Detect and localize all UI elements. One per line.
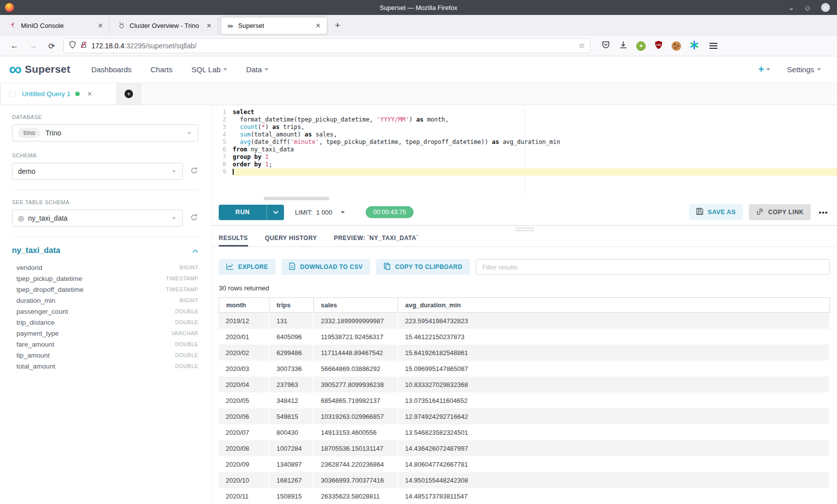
table-row[interactable]: 2020/09134089723628744.22023686414.80604… — [219, 456, 830, 472]
column-name: total_amount — [16, 363, 55, 370]
minio-icon — [9, 21, 17, 29]
explore-button[interactable]: EXPLORE — [219, 259, 276, 275]
editor-toolbar: RUN LIMIT: 1 000 00:00:43.75 — [212, 201, 837, 225]
editor-line[interactable]: 1select — [212, 109, 837, 116]
run-query-button[interactable]: RUN — [219, 205, 284, 220]
nav-charts[interactable]: Charts — [150, 65, 172, 74]
download-csv-button[interactable]: DOWNLOAD TO CSV — [281, 259, 370, 275]
sql-code-editor[interactable]: 1select2 format_datetime(tpep_pickup_dat… — [212, 109, 837, 195]
table-row[interactable]: 2020/03300733656664869.0388629215.096995… — [219, 361, 830, 377]
browser-tab-superset[interactable]: ∞ Superset ✕ — [221, 17, 327, 34]
nav-sql-lab[interactable]: SQL Lab — [191, 65, 227, 74]
copy-link-button[interactable]: COPY LINK — [749, 204, 811, 220]
add-new-button[interactable]: + — [758, 64, 770, 75]
save-as-button[interactable]: SAVE AS — [689, 204, 743, 220]
table-column-row[interactable]: tpep_dropoff_datetimeTIMESTAMP — [12, 284, 198, 295]
close-button[interactable]: ✕ — [821, 3, 830, 12]
browser-tab-minio[interactable]: MinIO Console ✕ — [4, 17, 110, 34]
editor-line[interactable]: 3 count(*) as trips, — [212, 124, 837, 131]
minimize-button[interactable]: ⌄ — [789, 4, 794, 11]
tab-preview-table[interactable]: PREVIEW: `NY_TAXI_DATA` — [334, 235, 418, 247]
table-row[interactable]: 2020/016405096119538721.9245631715.46122… — [219, 329, 830, 345]
settings-menu[interactable]: Settings — [787, 65, 821, 74]
tab-results[interactable]: RESULTS — [219, 235, 248, 247]
bookmark-star-icon[interactable]: ☆ — [578, 41, 585, 50]
copy-to-clipboard-button[interactable]: COPY TO CLIPBOARD — [376, 259, 470, 275]
colorful-asterisk-extension-icon[interactable] — [690, 40, 699, 52]
editor-line[interactable]: 5 avg(date_diff('minute', tpep_pickup_da… — [212, 138, 837, 146]
editor-line[interactable]: 8order by 1; — [212, 161, 837, 168]
editor-line[interactable]: 7group by 1 — [212, 153, 837, 161]
collapse-chevron-up-icon[interactable] — [192, 246, 198, 255]
table-row[interactable]: 2020/0654981510319263.02996685712.974924… — [219, 408, 830, 424]
table-cell: 2020/01 — [219, 329, 270, 345]
reload-button[interactable]: ⟳ — [43, 41, 60, 51]
tab-query-history[interactable]: QUERY HISTORY — [265, 235, 317, 247]
query-tab-active[interactable]: ⋮⋮ Untitled Query 1 ✕ — [0, 83, 117, 105]
ublock-icon[interactable]: UO — [654, 40, 663, 52]
editor-line[interactable]: 9 — [212, 168, 837, 176]
shield-icon[interactable] — [69, 41, 76, 51]
results-table-header[interactable]: monthtripssalesavg_duration_min — [219, 297, 830, 313]
table-row[interactable]: 2020/08100728418705536.15013114714.43642… — [219, 440, 830, 456]
table-row[interactable]: 2020/026299486117114448.8946754215.64192… — [219, 345, 830, 361]
schema-select[interactable]: demo ▼ — [12, 163, 183, 180]
new-tab-button[interactable]: + — [330, 20, 345, 31]
table-column-row[interactable]: tpep_pickup_datetimeTIMESTAMP — [12, 273, 198, 284]
tab-close-icon[interactable]: ✕ — [205, 22, 213, 29]
editor-line[interactable]: 6from ny_taxi_data — [212, 146, 837, 153]
table-row[interactable]: 2020/053484126854865.71998213713.0735164… — [219, 392, 830, 408]
database-select[interactable]: trino Trino ▼ — [12, 125, 198, 141]
table-select[interactable]: ◎ ny_taxi_data ▼ — [12, 210, 183, 227]
superset-brand[interactable]: ∞ Superset — [9, 62, 70, 77]
results-column-header[interactable]: avg_duration_min — [398, 297, 830, 313]
download-icon[interactable] — [619, 40, 628, 51]
insecure-lock-icon[interactable] — [80, 41, 87, 51]
privacy-badger-icon[interactable]: ✦ — [636, 41, 646, 51]
table-column-row[interactable]: tip_amountDOUBLE — [12, 350, 198, 361]
browser-tab-trino[interactable]: Cluster Overview - Trino ✕ — [113, 17, 218, 34]
results-column-header[interactable]: month — [219, 297, 270, 313]
table-column-row[interactable]: payment_typeVARCHAR — [12, 328, 198, 339]
query-tab-close-icon[interactable]: ✕ — [87, 90, 93, 98]
limit-dropdown[interactable]: LIMIT: 1 000 — [295, 209, 345, 216]
tab-close-icon[interactable]: ✕ — [97, 22, 104, 29]
maximize-button[interactable]: ◇ — [805, 4, 810, 11]
table-column-row[interactable]: total_amountDOUBLE — [12, 361, 198, 372]
line-number: 7 — [212, 153, 233, 161]
editor-line[interactable]: 4 sum(total_amount) as sales, — [212, 131, 837, 138]
table-column-row[interactable]: fare_amountDOUBLE — [12, 339, 198, 350]
table-row[interactable]: 2020/042379633905277.809993623810.833327… — [219, 377, 830, 392]
editor-hscrollbar[interactable] — [212, 196, 837, 201]
table-cell: 2020/09 — [219, 456, 270, 472]
drag-dots-icon[interactable]: ⋮⋮ — [6, 90, 17, 98]
table-column-row[interactable]: vendoridBIGINT — [12, 262, 198, 273]
tab-close-icon[interactable]: ✕ — [314, 22, 322, 29]
table-column-row[interactable]: duration_minBIGINT — [12, 295, 198, 306]
table-column-row[interactable]: passenger_countDOUBLE — [12, 306, 198, 317]
table-column-row[interactable]: trip_distanceDOUBLE — [12, 317, 198, 328]
table-row[interactable]: 2020/10168126730366993.70037741614.95015… — [219, 472, 830, 488]
results-column-header[interactable]: trips — [270, 297, 314, 313]
editor-line[interactable]: 2 format_datetime(tpep_pickup_datetime, … — [212, 116, 837, 124]
pane-resize-handle[interactable] — [515, 228, 534, 233]
pocket-icon[interactable] — [601, 40, 610, 51]
forward-button[interactable]: → — [24, 41, 43, 50]
table-row[interactable]: 2020/0780043014913153.460055613.54682358… — [219, 424, 830, 440]
table-cell: 2020/05 — [219, 392, 270, 408]
back-button[interactable]: ← — [5, 41, 24, 50]
run-options-caret[interactable] — [267, 205, 284, 220]
table-row[interactable]: 2019/121312332.1899999999987223.59541984… — [219, 313, 830, 329]
menu-hamburger-icon[interactable] — [709, 43, 717, 49]
more-options-button[interactable]: ••• — [817, 208, 830, 217]
nav-data[interactable]: Data — [246, 65, 269, 74]
filter-results-input[interactable] — [476, 259, 830, 275]
url-bar[interactable]: 172.18.0.4:32295/superset/sqllab/ ☆ — [63, 38, 590, 53]
cookie-extension-icon[interactable] — [672, 41, 681, 51]
results-column-header[interactable]: sales — [314, 297, 398, 313]
new-query-tab-button[interactable]: + — [117, 83, 141, 105]
table-row[interactable]: 2020/11150891526335623.5802881114.485173… — [219, 488, 830, 504]
nav-dashboards[interactable]: Dashboards — [91, 65, 132, 74]
refresh-table-icon[interactable] — [190, 213, 198, 224]
refresh-schema-icon[interactable] — [190, 166, 198, 177]
